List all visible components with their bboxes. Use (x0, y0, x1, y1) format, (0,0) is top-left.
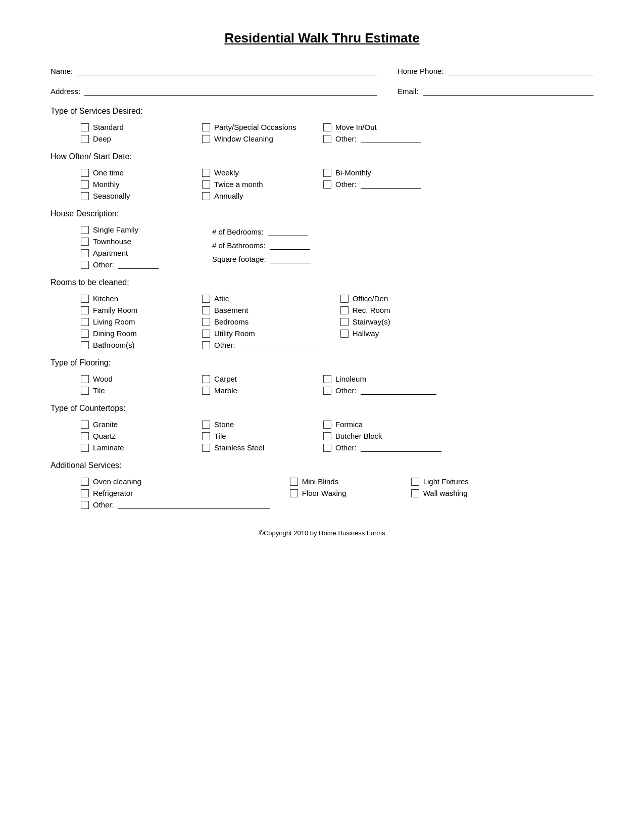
house-townhouse-label: Townhouse (93, 237, 131, 246)
checkbox-wood[interactable] (81, 375, 89, 383)
service-deep-label: Deep (93, 134, 111, 143)
address-input-line[interactable] (84, 86, 377, 96)
checkbox-laminate[interactable] (81, 444, 89, 452)
checkbox-stone[interactable] (202, 421, 210, 429)
house-other-label: Other: (93, 260, 114, 269)
checkbox-window[interactable] (202, 135, 210, 143)
checkbox-butcherblock[interactable] (323, 432, 331, 440)
counter-butcherblock-label: Butcher Block (335, 432, 382, 440)
checkbox-hallway[interactable] (340, 330, 349, 338)
room-familyroom-label: Family Room (93, 306, 137, 314)
checkbox-other-service[interactable] (323, 135, 331, 143)
sqft-line[interactable] (270, 255, 311, 263)
email-input-line[interactable] (423, 86, 593, 96)
counter-other-line[interactable] (361, 444, 441, 452)
freq-other-label: Other: (335, 180, 357, 189)
checkbox-carpet[interactable] (202, 375, 210, 383)
checkbox-refrigerator[interactable] (81, 489, 89, 497)
checkbox-townhouse[interactable] (81, 238, 89, 246)
checkbox-other-freq[interactable] (323, 180, 331, 189)
flooring-columns: Wood Tile Carpet Marble Linoleum (81, 375, 593, 395)
checkbox-room-other[interactable] (202, 341, 210, 349)
floor-other-line[interactable] (361, 387, 436, 395)
checkbox-stainless[interactable] (202, 444, 210, 452)
checkbox-standard[interactable] (81, 123, 89, 131)
room-utilityroom-label: Utility Room (214, 329, 255, 338)
checkbox-counter-other[interactable] (323, 444, 331, 452)
floor-carpet-label: Carpet (214, 375, 237, 383)
checkbox-singlefamily[interactable] (81, 226, 89, 234)
checkbox-apartment[interactable] (81, 249, 89, 257)
checkbox-utilityroom[interactable] (202, 330, 210, 338)
checkbox-deep[interactable] (81, 135, 89, 143)
bedrooms-line[interactable] (268, 228, 308, 236)
checkbox-party[interactable] (202, 123, 210, 131)
checkbox-bimonthly[interactable] (323, 169, 331, 177)
list-item: Deep (81, 134, 182, 143)
checkbox-miniblinds[interactable] (290, 478, 298, 486)
checkbox-recroom[interactable] (340, 306, 349, 314)
checkbox-bathrooms[interactable] (81, 341, 89, 349)
list-item: Tile (81, 386, 182, 395)
bedrooms-item: # of Bedrooms: (212, 227, 311, 236)
add-other-line[interactable] (118, 501, 270, 509)
checkbox-wallwashing[interactable] (411, 489, 419, 497)
checkbox-twiceamonth[interactable] (202, 180, 210, 189)
services-col1: Standard Deep (81, 123, 182, 143)
list-item: One time (81, 168, 182, 177)
checkbox-basement[interactable] (202, 306, 210, 314)
checkbox-kitchen[interactable] (81, 295, 89, 303)
checkbox-livingroom[interactable] (81, 318, 89, 326)
checkbox-diningroom[interactable] (81, 330, 89, 338)
address-label: Address: (51, 87, 80, 96)
checkbox-bedrooms[interactable] (202, 318, 210, 326)
checkbox-stairways[interactable] (340, 318, 349, 326)
room-bathrooms-label: Bathroom(s) (93, 341, 135, 349)
counter-stone-label: Stone (214, 420, 234, 429)
room-other-line[interactable] (239, 341, 320, 349)
checkbox-quartz[interactable] (81, 432, 89, 440)
list-item: Light Fixtures (411, 477, 512, 486)
checkbox-onetime[interactable] (81, 169, 89, 177)
floor-other-label: Other: (335, 386, 357, 395)
page-title: Residential Walk Thru Estimate (51, 30, 593, 46)
house-col1: Single Family Townhouse Apartment Other: (81, 225, 182, 269)
home-phone-input-line[interactable] (448, 66, 593, 75)
checkbox-seasonally[interactable] (81, 192, 89, 200)
checkbox-attic[interactable] (202, 295, 210, 303)
list-item: Other: (323, 443, 441, 452)
checkbox-familyroom[interactable] (81, 306, 89, 314)
checkbox-moveinout[interactable] (323, 123, 331, 131)
checkbox-tile[interactable] (81, 387, 89, 395)
checkbox-linoleum[interactable] (323, 375, 331, 383)
checkbox-floorwaxing[interactable] (290, 489, 298, 497)
service-other-label: Other: (335, 134, 357, 143)
checkbox-ovencleaning[interactable] (81, 478, 89, 486)
name-input-line[interactable] (77, 66, 377, 75)
checkbox-monthly[interactable] (81, 180, 89, 189)
checkbox-officeden[interactable] (340, 295, 349, 303)
checkbox-formica[interactable] (323, 421, 331, 429)
list-item: Weekly (202, 168, 303, 177)
checkbox-floor-other[interactable] (323, 387, 331, 395)
flooring-col3: Linoleum Other: (323, 375, 436, 395)
list-item: Twice a month (202, 180, 303, 189)
countertops-columns: Granite Quartz Laminate Stone Tile (81, 420, 593, 452)
checkbox-weekly[interactable] (202, 169, 210, 177)
checkbox-granite[interactable] (81, 421, 89, 429)
service-other-line[interactable] (361, 135, 421, 143)
checkbox-add-other[interactable] (81, 501, 89, 509)
list-item: Granite (81, 420, 182, 429)
checkbox-house-other[interactable] (81, 261, 89, 269)
house-other-line[interactable] (118, 261, 159, 269)
checkbox-lightfixtures[interactable] (411, 478, 419, 486)
rooms-col3: Office/Den Rec. Room Stairway(s) Hallway (340, 294, 441, 349)
checkbox-marble[interactable] (202, 387, 210, 395)
checkbox-annually[interactable] (202, 192, 210, 200)
bathrooms-line[interactable] (270, 242, 310, 250)
flooring-col2: Carpet Marble (202, 375, 303, 395)
flooring-section-label: Type of Flooring: (51, 358, 593, 367)
list-item: Stairway(s) (340, 317, 441, 326)
freq-other-line[interactable] (361, 180, 421, 189)
checkbox-counter-tile[interactable] (202, 432, 210, 440)
